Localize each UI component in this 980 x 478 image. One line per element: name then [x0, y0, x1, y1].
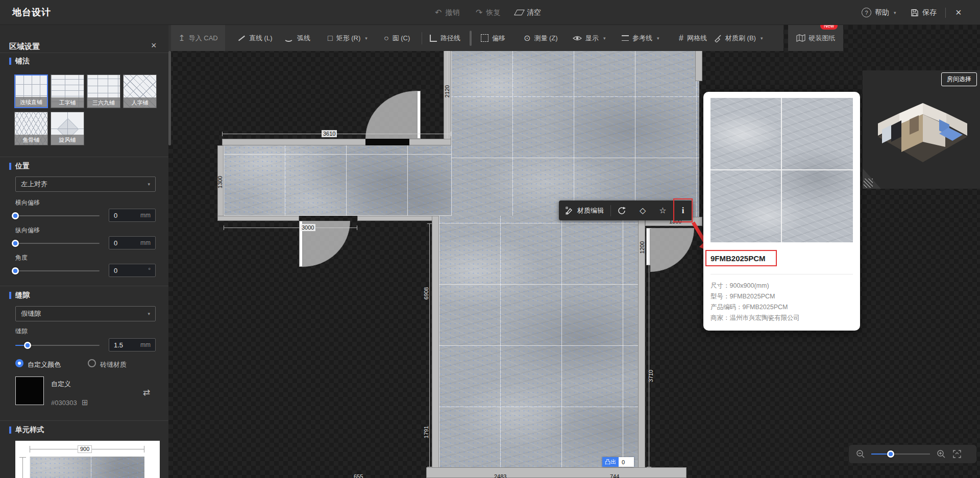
wall-corridor-bottom-right	[357, 216, 439, 221]
seam-type-dropdown[interactable]: 假缝隙 ▾	[15, 306, 156, 321]
arc-icon	[284, 34, 293, 42]
room-select-button[interactable]: 房间选择	[941, 72, 977, 86]
import-cad-button[interactable]: ↥ 导入 CAD	[171, 25, 225, 51]
zoom-slider[interactable]	[871, 454, 930, 455]
custom-color-radio[interactable]	[15, 359, 23, 367]
design-canvas[interactable]: 2120 3610 1300 3000 1300 1200 6908 1791 …	[168, 25, 980, 478]
angle-slider[interactable]	[15, 270, 100, 271]
material-brush-button[interactable]: 材质刷 (B) ▾	[714, 25, 763, 51]
info-button[interactable]: i	[673, 198, 693, 222]
seam-width-input[interactable]: 1.5 mm	[109, 338, 156, 351]
grid-line-button[interactable]: # 网格线	[679, 25, 707, 51]
favorite-button[interactable]: ☆	[652, 200, 673, 220]
seam-color-swatch[interactable]	[15, 376, 44, 405]
guide-line-button[interactable]: 参考线 ▾	[622, 25, 659, 51]
fit-screen-icon[interactable]	[953, 450, 961, 458]
protrude-label: 凸出	[602, 457, 619, 467]
measure-label: 测量 (Z)	[534, 34, 557, 43]
angle-unit: °	[148, 267, 151, 274]
door-leaf-top	[417, 91, 421, 139]
sidebar-scrollbar[interactable]	[168, 51, 171, 145]
clear-button[interactable]: 清空	[516, 0, 541, 25]
dim-label-3710: 3710	[647, 368, 654, 384]
dim-line-right-room	[649, 228, 649, 467]
color-picker-icon[interactable]: ⊞	[82, 398, 88, 407]
material-edit-button[interactable]: 材质编辑	[559, 200, 610, 220]
topbar-divider	[945, 8, 946, 18]
import-cad-label: 导入 CAD	[189, 34, 218, 43]
save-label: 保存	[922, 8, 937, 17]
paving-option-label: 连续直铺	[15, 97, 47, 107]
wall-corridor-top	[222, 139, 451, 145]
eraser-button[interactable]: ◇	[633, 200, 652, 220]
wall-upper-right	[695, 48, 702, 81]
panel-close-icon[interactable]: ×	[151, 40, 157, 51]
path-tool-button[interactable]: 路径线	[430, 25, 460, 51]
h-offset-slider[interactable]	[15, 215, 100, 216]
toolbar-scroll-grip[interactable]	[470, 31, 472, 46]
rotate-button[interactable]	[611, 200, 633, 220]
protrude-input[interactable]: 0	[619, 457, 634, 467]
hard-decor-drawing-button[interactable]: 硬装图纸 New	[788, 25, 843, 51]
circle-tool-button[interactable]: ○ 圆 (C)	[384, 25, 410, 51]
help-button[interactable]: ? 帮助 ▾	[862, 0, 896, 25]
seam-material-radio[interactable]	[88, 359, 96, 367]
angle-input[interactable]: 0 °	[109, 264, 156, 277]
wall-corridor-bottom-left	[217, 216, 299, 221]
v-offset-input[interactable]: 0 mm	[109, 236, 156, 249]
swap-icon[interactable]: ⇄	[143, 387, 150, 398]
undo-label: 撤销	[445, 8, 459, 17]
paving-option-herringbone[interactable]: 人字铺	[123, 74, 157, 108]
arc-tool-button[interactable]: 弧线	[284, 25, 310, 51]
undo-button[interactable]: ↶ 撤销	[435, 0, 459, 25]
measure-tool-button[interactable]: ⊙ 测量 (Z)	[524, 25, 558, 51]
dim-label-bottom-1: 655	[352, 473, 364, 478]
v-offset-label: 纵向偏移	[15, 226, 40, 235]
h-offset-slider-thumb[interactable]	[12, 212, 19, 219]
rect-tool-button[interactable]: □ 矩形 (R) ▾	[328, 25, 368, 51]
close-button[interactable]: ×	[955, 0, 962, 25]
v-offset-slider[interactable]	[15, 243, 100, 244]
display-label: 显示	[585, 34, 599, 43]
h-offset-value: 0	[114, 212, 117, 219]
floor-region-upper[interactable]	[451, 48, 699, 219]
info-icon: i	[682, 206, 684, 216]
section-paving-title: 铺法	[9, 57, 30, 66]
paving-option-fishbone[interactable]: 鱼骨铺	[14, 112, 48, 145]
zoom-out-icon[interactable]	[856, 449, 865, 459]
protrude-input-group: 凸出 0	[602, 457, 634, 467]
paving-option-pinwheel[interactable]: 旋风铺	[51, 112, 84, 145]
measure-icon: ⊙	[524, 34, 530, 42]
seam-width-value: 1.5	[114, 341, 123, 349]
preview-3d-panel[interactable]: 房间选择	[863, 70, 980, 189]
zoom-in-icon[interactable]	[937, 449, 946, 459]
paving-option-label: 人字铺	[124, 97, 156, 108]
paving-option-straight[interactable]: 连续直铺	[14, 74, 48, 108]
brush-label: 材质刷 (B)	[725, 34, 756, 43]
seam-width-slider-thumb[interactable]	[24, 342, 31, 349]
import-icon: ↥	[178, 34, 185, 42]
angle-slider-thumb[interactable]	[12, 267, 19, 274]
h-offset-input[interactable]: 0 mm	[109, 209, 156, 222]
chevron-down-icon: ▾	[894, 10, 896, 15]
unit-dim-tick-top	[19, 457, 26, 458]
save-button[interactable]: 保存	[911, 0, 937, 25]
section-position-title: 位置	[9, 162, 30, 171]
angle-value: 0	[114, 267, 117, 274]
align-dropdown[interactable]: 左上对齐 ▾	[15, 177, 156, 192]
floor-region-corridor[interactable]	[224, 145, 451, 216]
redo-button[interactable]: ↷ 恢复	[476, 0, 500, 25]
v-offset-slider-thumb[interactable]	[12, 240, 19, 247]
unit-style-title-label: 单元样式	[15, 425, 44, 435]
floor-region-main[interactable]	[439, 216, 638, 468]
paving-option-369[interactable]: 三六九铺	[87, 74, 120, 108]
drawing-toolbar: ↥ 导入 CAD 直线 (L) 弧线 □ 矩形 (R) ▾ ○ 圆 (C) 路径…	[168, 25, 783, 51]
paving-option-brick[interactable]: 工字铺	[51, 74, 84, 108]
line-tool-button[interactable]: 直线 (L)	[238, 25, 273, 51]
divider	[0, 286, 168, 286]
display-menu-button[interactable]: 显示 ▾	[573, 25, 606, 51]
zoom-slider-thumb[interactable]	[887, 450, 894, 458]
offset-tool-button[interactable]: 偏移	[481, 25, 505, 51]
door-threshold-top	[365, 139, 409, 145]
unit-dim-line-vertical	[22, 457, 23, 478]
